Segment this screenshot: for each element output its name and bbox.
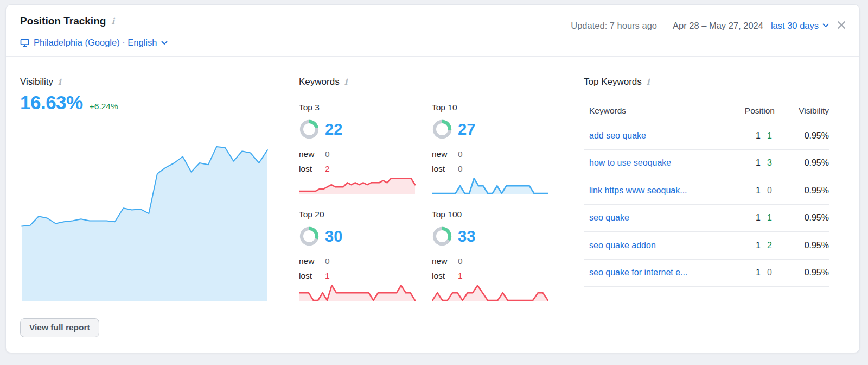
visibility-area-chart[interactable] <box>21 139 268 301</box>
keyword-link[interactable]: add seo quake <box>589 131 646 140</box>
position-cell: 11 <box>726 213 775 223</box>
card-stat-row: 22 <box>299 118 416 140</box>
new-value: 0 <box>458 147 463 161</box>
position-cell: 10 <box>726 268 775 278</box>
monitor-icon <box>20 38 29 47</box>
period-dropdown[interactable]: last 30 days <box>771 21 829 31</box>
visibility-value: 0.95% <box>775 268 829 278</box>
position-cell: 13 <box>726 158 775 168</box>
widget-title-row: Position Tracking i <box>20 15 114 27</box>
keyword-count[interactable]: 33 <box>458 228 475 246</box>
keyword-count[interactable]: 22 <box>325 121 342 139</box>
keyword-link[interactable]: seo quake for internet e... <box>589 268 687 277</box>
keyword-card-top-20: Top 2030new0lost1 <box>299 210 416 301</box>
new-label: new <box>432 147 449 161</box>
top-100-sparkline-chart[interactable] <box>432 282 548 301</box>
position-value: 1 <box>756 241 761 250</box>
vertical-divider <box>665 19 665 32</box>
top-10-sparkline-chart[interactable] <box>432 175 548 194</box>
period-label: last 30 days <box>771 21 819 31</box>
new-row: new0 <box>299 254 416 268</box>
keyword-link[interactable]: link https www seoquak... <box>589 186 687 195</box>
lost-label: lost <box>299 268 316 283</box>
top-keywords-table: Keywords Position Visibility add seo qua… <box>584 99 829 287</box>
campaign-label: Philadelphia (Google) · English <box>34 37 157 48</box>
new-value: 0 <box>325 147 330 161</box>
lost-value: 0 <box>458 161 463 176</box>
card-label: Top 100 <box>432 210 548 219</box>
donut-chart-icon <box>432 119 452 140</box>
position-delta: 0 <box>767 186 775 196</box>
position-delta: 1 <box>767 131 775 141</box>
position-delta: 3 <box>767 158 775 168</box>
lost-label: lost <box>299 161 316 176</box>
visibility-section-title: Visibility i <box>20 77 61 87</box>
table-row: seo quake for internet e...100.95% <box>584 260 829 287</box>
table-row: seo quake addon120.95% <box>584 232 829 260</box>
position-value: 1 <box>756 186 761 196</box>
column-header-visibility: Visibility <box>775 106 829 116</box>
card-meta: new0lost1 <box>299 254 416 283</box>
view-full-report-button[interactable]: View full report <box>20 318 99 337</box>
new-row: new0 <box>432 254 548 268</box>
position-value: 1 <box>756 213 761 223</box>
campaign-selector[interactable]: Philadelphia (Google) · English <box>20 37 168 48</box>
position-delta: 0 <box>767 268 775 278</box>
keyword-link[interactable]: seo quake addon <box>589 241 656 250</box>
top-keywords-section-title: Top Keywords i <box>584 77 649 87</box>
card-meta: new0lost1 <box>432 254 548 283</box>
lost-row: lost1 <box>299 268 416 283</box>
top-3-sparkline-chart[interactable] <box>299 175 416 194</box>
position-delta: 1 <box>767 213 775 223</box>
visibility-value: 0.95% <box>775 241 829 250</box>
card-stat-row: 33 <box>432 225 548 247</box>
keyword-card-top-10: Top 1027new0lost0 <box>432 103 548 194</box>
widget-header: Position Tracking i Philadelphia (Google… <box>6 5 859 57</box>
new-label: new <box>299 254 316 268</box>
keyword-count[interactable]: 30 <box>325 228 342 246</box>
top-20-sparkline-chart[interactable] <box>299 282 416 301</box>
table-header-row: Keywords Position Visibility <box>584 99 829 122</box>
info-icon[interactable]: i <box>647 78 650 86</box>
keyword-card-top-100: Top 10033new0lost1 <box>432 210 548 301</box>
lost-value: 1 <box>325 268 330 283</box>
chevron-down-icon <box>161 41 168 45</box>
chevron-down-icon <box>822 23 829 28</box>
top-keywords-label: Top Keywords <box>584 77 642 87</box>
table-body: add seo quake110.95%how to use seoquake1… <box>584 122 829 287</box>
new-value: 0 <box>458 254 463 268</box>
info-icon[interactable]: i <box>344 78 348 86</box>
position-value: 1 <box>756 131 761 141</box>
lost-row: lost1 <box>432 268 548 283</box>
keyword-count[interactable]: 27 <box>458 121 475 139</box>
new-value: 0 <box>325 254 330 268</box>
visibility-summary: 16.63% +6.24% <box>20 92 118 114</box>
column-header-keywords: Keywords <box>584 106 726 116</box>
close-icon[interactable] <box>837 20 846 30</box>
info-icon[interactable]: i <box>111 17 114 26</box>
table-row: how to use seoquake130.95% <box>584 150 829 178</box>
card-meta: new0lost0 <box>432 147 548 176</box>
table-row: seo quake110.95% <box>584 205 829 232</box>
column-header-position: Position <box>726 106 775 116</box>
lost-row: lost0 <box>432 161 548 176</box>
donut-chart-icon <box>299 226 320 247</box>
card-label: Top 3 <box>299 103 416 112</box>
position-tracking-widget: Position Tracking i Philadelphia (Google… <box>5 4 860 353</box>
info-icon[interactable]: i <box>58 78 61 86</box>
position-value: 1 <box>756 158 761 168</box>
visibility-value: 16.63% <box>20 92 83 114</box>
keyword-link[interactable]: how to use seoquake <box>589 158 671 167</box>
card-stat-row: 27 <box>432 118 548 140</box>
updated-status: Updated: 7 hours ago <box>571 21 657 31</box>
keyword-link[interactable]: seo quake <box>589 213 629 222</box>
keywords-label: Keywords <box>299 77 340 87</box>
lost-row: lost2 <box>299 161 416 176</box>
keywords-cards-grid: Top 322new0lost2Top 1027new0lost0Top 203… <box>299 103 548 301</box>
donut-chart-icon <box>432 226 452 247</box>
visibility-delta: +6.24% <box>90 102 118 111</box>
position-cell: 10 <box>726 186 775 196</box>
new-label: new <box>432 254 449 268</box>
lost-label: lost <box>432 161 449 176</box>
position-cell: 12 <box>726 241 775 250</box>
